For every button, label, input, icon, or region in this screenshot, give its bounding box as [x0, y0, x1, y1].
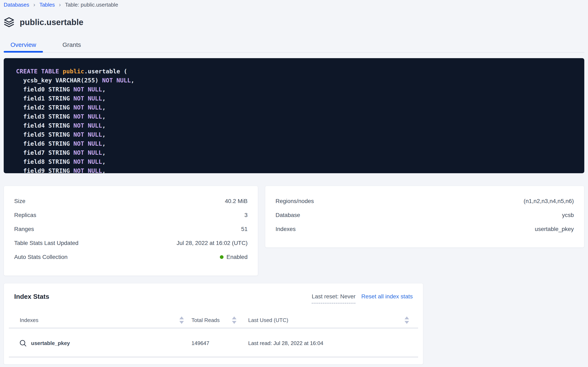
sql-token-plain: , [102, 113, 106, 120]
sql-token-keyword: NOT NULL [73, 104, 102, 111]
sql-code-line: field8 STRING NOT NULL, [16, 157, 578, 166]
sql-token-keyword: NOT NULL [73, 122, 102, 129]
sql-token-plain: , [102, 167, 106, 173]
sort-icon[interactable] [404, 316, 409, 324]
stat-value-text: 3 [244, 212, 248, 218]
stat-value-text: 40.2 MiB [225, 198, 248, 204]
sql-token-plain: , [102, 158, 106, 165]
sql-token-keyword: NOT NULL [73, 140, 102, 147]
sql-token-plain: field8 STRING [16, 158, 73, 165]
column-header-last-used[interactable]: Last Used (UTC) [248, 317, 288, 324]
sql-token-plain: , [102, 95, 106, 102]
page-title: public.usertable [20, 18, 83, 27]
index-table-header: Indexes Total Reads Last Used (UTC) [4, 312, 423, 328]
stat-label: Table Stats Last Updated [14, 240, 78, 246]
sql-code-line: field4 STRING NOT NULL, [16, 121, 578, 130]
reset-index-stats-link[interactable]: Reset all index stats [361, 292, 413, 301]
column-header-total-reads[interactable]: Total Reads [191, 317, 220, 324]
sql-token-keyword: NOT NULL [73, 95, 102, 102]
stat-value-text: ycsb [562, 212, 574, 218]
sql-token-keyword: CREATE TABLE [16, 68, 63, 75]
last-used-value: Last read: Jul 28, 2022 at 16:04 [248, 340, 323, 346]
breadcrumb: Databases › Tables › Table: public.usert… [4, 1, 118, 8]
stat-value-text: Enabled [226, 254, 248, 260]
sql-token-plain: field5 STRING [16, 131, 73, 138]
index-name-link[interactable]: usertable_pkey [31, 340, 70, 346]
layers-stack-icon [4, 17, 14, 27]
stat-label: Indexes [275, 226, 296, 232]
breadcrumb-link-databases[interactable]: Databases [4, 1, 29, 8]
sql-token-schema: public [63, 68, 84, 75]
stat-value: 3 [244, 212, 248, 218]
chevron-right-icon: › [59, 1, 61, 8]
sql-token-plain: , [102, 131, 106, 138]
sql-code-line: CREATE TABLE public.usertable ( [16, 67, 578, 76]
tab-grants[interactable]: Grants [56, 37, 88, 52]
sql-token-plain: field2 STRING [16, 104, 73, 111]
sort-icon[interactable] [232, 316, 237, 324]
stat-label: Ranges [14, 226, 34, 232]
tab-overview[interactable]: Overview [4, 37, 43, 52]
sql-token-plain: field6 STRING [16, 140, 73, 147]
stat-label: Auto Stats Collection [14, 254, 68, 260]
sql-token-plain: , [102, 140, 106, 147]
page-header: public.usertable [4, 17, 83, 27]
stat-row: Regions/nodes(n1,n2,n3,n4,n5,n6) [275, 194, 574, 208]
magnifier-icon [19, 339, 27, 347]
sql-token-keyword: NOT NULL [73, 149, 102, 156]
column-header-indexes[interactable]: Indexes [20, 317, 38, 324]
sql-token-plain: , [102, 86, 106, 93]
stat-row: Ranges51 [14, 222, 248, 236]
index-stats-actions: Last reset: Never Reset all index stats [312, 292, 413, 303]
stat-row: Databaseycsb [275, 208, 574, 222]
stat-value: ycsb [562, 212, 574, 218]
sql-token-keyword: NOT NULL [73, 86, 102, 93]
stat-row: Auto Stats CollectionEnabled [14, 250, 248, 264]
sql-token-keyword: NOT NULL [73, 113, 102, 120]
stat-value-text: Jul 28, 2022 at 16:02 (UTC) [176, 240, 248, 246]
breadcrumb-link-tables[interactable]: Tables [40, 1, 55, 8]
table-row: usertable_pkey149647Last read: Jul 28, 2… [4, 329, 423, 357]
stat-label: Regions/nodes [275, 198, 314, 204]
sql-token-plain: field7 STRING [16, 149, 73, 156]
sql-token-plain: ycsb_key VARCHAR(255) [16, 77, 102, 84]
sql-token-plain: , [131, 77, 134, 84]
sql-token-keyword: NOT NULL [73, 131, 102, 138]
sql-code-line: field2 STRING NOT NULL, [16, 103, 578, 112]
sql-token-plain: field9 STRING [16, 167, 73, 173]
stat-row: Replicas3 [14, 208, 248, 222]
index-stats-card: Index Stats Last reset: Never Reset all … [4, 283, 423, 365]
create-table-sql-block: CREATE TABLE public.usertable ( ycsb_key… [4, 58, 584, 173]
sql-token-plain: , [102, 149, 106, 156]
index-stats-title: Index Stats [14, 292, 49, 301]
stat-value-text: (n1,n2,n3,n4,n5,n6) [524, 198, 574, 204]
stat-value: (n1,n2,n3,n4,n5,n6) [524, 198, 574, 204]
sql-token-keyword: NOT NULL [73, 167, 102, 173]
sql-token-plain: field0 STRING [16, 86, 73, 93]
sql-token-plain: field4 STRING [16, 122, 73, 129]
stat-row: Indexesusertable_pkey [275, 222, 574, 236]
sql-token-plain: , [102, 104, 106, 111]
stat-value-text: usertable_pkey [535, 226, 574, 232]
stat-label: Database [275, 212, 300, 218]
sql-code-line: field9 STRING NOT NULL, [16, 166, 578, 173]
tab-bar: Overview Grants [4, 37, 584, 53]
stat-label: Size [14, 198, 25, 204]
status-dot-icon [220, 255, 224, 259]
stat-value: 51 [241, 226, 248, 232]
sql-code-line: field5 STRING NOT NULL, [16, 130, 578, 139]
total-reads-value: 149647 [191, 340, 209, 346]
stat-value-text: 51 [241, 226, 248, 232]
sql-token-plain: .usertable ( [84, 68, 127, 75]
sql-code-line: field1 STRING NOT NULL, [16, 94, 578, 103]
sql-code-line: field3 STRING NOT NULL, [16, 112, 578, 121]
sql-code-line: field7 STRING NOT NULL, [16, 148, 578, 157]
index-stats-header: Index Stats Last reset: Never Reset all … [4, 292, 423, 303]
last-reset-label: Last reset: Never [312, 292, 356, 303]
sql-token-plain: field3 STRING [16, 113, 73, 120]
sql-code-line: field6 STRING NOT NULL, [16, 139, 578, 148]
breadcrumb-current: Table: public.usertable [65, 1, 118, 8]
sql-token-plain: field1 STRING [16, 95, 73, 102]
sort-icon[interactable] [179, 316, 184, 324]
table-details-card: Size40.2 MiBReplicas3Ranges51Table Stats… [4, 186, 258, 276]
